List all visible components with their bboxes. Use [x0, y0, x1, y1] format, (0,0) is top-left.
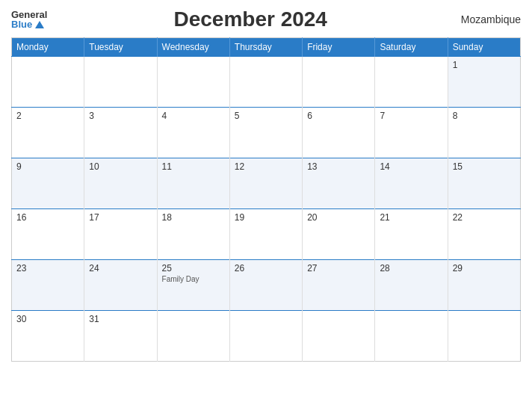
calendar-cell: 28 [375, 260, 448, 311]
calendar-cell [84, 57, 157, 108]
col-sunday: Sunday [448, 38, 520, 57]
day-number: 4 [162, 111, 225, 121]
day-number: 28 [380, 263, 442, 274]
day-number: 3 [89, 111, 152, 121]
calendar-cell [303, 311, 375, 362]
calendar-cell: 31 [84, 311, 157, 362]
calendar-header-row: Monday Tuesday Wednesday Thursday Friday… [12, 38, 521, 57]
calendar-cell: 13 [303, 158, 375, 209]
day-number: 29 [453, 263, 516, 274]
calendar-cell: 20 [303, 209, 375, 260]
calendar-cell: 9 [12, 158, 84, 209]
calendar-week-row: 1 [12, 57, 521, 108]
calendar-cell: 19 [229, 209, 302, 260]
page-header: General Blue December 2024 Mozambique [11, 7, 521, 31]
calendar-cell: 6 [303, 108, 375, 158]
calendar-cell: 11 [157, 158, 229, 209]
day-number: 19 [235, 212, 297, 223]
calendar-cell [12, 57, 84, 108]
day-number: 15 [453, 161, 516, 172]
day-number: 5 [235, 111, 297, 121]
calendar-cell: 10 [84, 158, 157, 209]
calendar-table: Monday Tuesday Wednesday Thursday Friday… [11, 37, 521, 362]
day-number: 27 [307, 263, 370, 274]
col-wednesday: Wednesday [157, 38, 229, 57]
calendar-cell: 17 [84, 209, 157, 260]
calendar-title: December 2024 [173, 7, 327, 31]
calendar-cell: 14 [375, 158, 448, 209]
day-number: 24 [89, 263, 152, 274]
calendar-cell: 16 [12, 209, 84, 260]
day-number: 6 [307, 111, 370, 121]
calendar-cell: 26 [229, 260, 302, 311]
day-number: 22 [453, 212, 516, 223]
calendar-cell: 18 [157, 209, 229, 260]
calendar-week-row: 3031 [12, 311, 521, 362]
calendar-week-row: 9101112131415 [12, 158, 521, 209]
calendar-cell [157, 311, 229, 362]
calendar-cell [229, 311, 302, 362]
calendar-week-row: 232425Family Day26272829 [12, 260, 521, 311]
calendar-cell [448, 311, 520, 362]
day-number: 14 [380, 161, 442, 172]
calendar-cell [375, 311, 448, 362]
calendar-cell [229, 57, 302, 108]
calendar-cell: 2 [12, 108, 84, 158]
day-event: Family Day [162, 275, 225, 283]
calendar-cell: 24 [84, 260, 157, 311]
calendar-cell [157, 57, 229, 108]
calendar-cell: 3 [84, 108, 157, 158]
day-number: 13 [307, 161, 370, 172]
day-number: 11 [162, 161, 225, 172]
calendar-cell: 22 [448, 209, 520, 260]
calendar-cell: 15 [448, 158, 520, 209]
col-saturday: Saturday [375, 38, 448, 57]
logo: General Blue [11, 10, 47, 29]
calendar-cell: 12 [229, 158, 302, 209]
col-friday: Friday [303, 38, 375, 57]
col-monday: Monday [12, 38, 84, 57]
day-number: 7 [380, 111, 442, 121]
day-number: 21 [380, 212, 442, 223]
calendar-cell: 30 [12, 311, 84, 362]
day-number: 18 [162, 212, 225, 223]
calendar-cell: 21 [375, 209, 448, 260]
calendar-cell: 23 [12, 260, 84, 311]
calendar-week-row: 16171819202122 [12, 209, 521, 260]
day-number: 1 [453, 60, 516, 70]
calendar-cell: 4 [157, 108, 229, 158]
day-number: 8 [453, 111, 516, 121]
day-number: 9 [16, 161, 79, 172]
calendar-cell: 29 [448, 260, 520, 311]
day-number: 17 [89, 212, 152, 223]
day-number: 30 [16, 314, 79, 324]
calendar-cell: 1 [448, 57, 520, 108]
calendar-cell: 8 [448, 108, 520, 158]
calendar-cell: 27 [303, 260, 375, 311]
country-label: Mozambique [454, 13, 521, 25]
day-number: 23 [16, 263, 79, 274]
calendar-page: General Blue December 2024 Mozambique Mo… [0, 0, 532, 411]
day-number: 2 [16, 111, 79, 121]
day-number: 12 [235, 161, 297, 172]
day-number: 25 [162, 263, 225, 274]
logo-blue-text: Blue [11, 19, 47, 29]
logo-triangle-icon [35, 21, 44, 28]
calendar-cell: 5 [229, 108, 302, 158]
day-number: 31 [89, 314, 152, 324]
calendar-cell [303, 57, 375, 108]
day-number: 26 [235, 263, 297, 274]
day-number: 10 [89, 161, 152, 172]
calendar-week-row: 2345678 [12, 108, 521, 158]
col-thursday: Thursday [229, 38, 302, 57]
calendar-cell [375, 57, 448, 108]
calendar-cell: 25Family Day [157, 260, 229, 311]
day-number: 20 [307, 212, 370, 223]
day-number: 16 [16, 212, 79, 223]
calendar-cell: 7 [375, 108, 448, 158]
col-tuesday: Tuesday [84, 38, 157, 57]
